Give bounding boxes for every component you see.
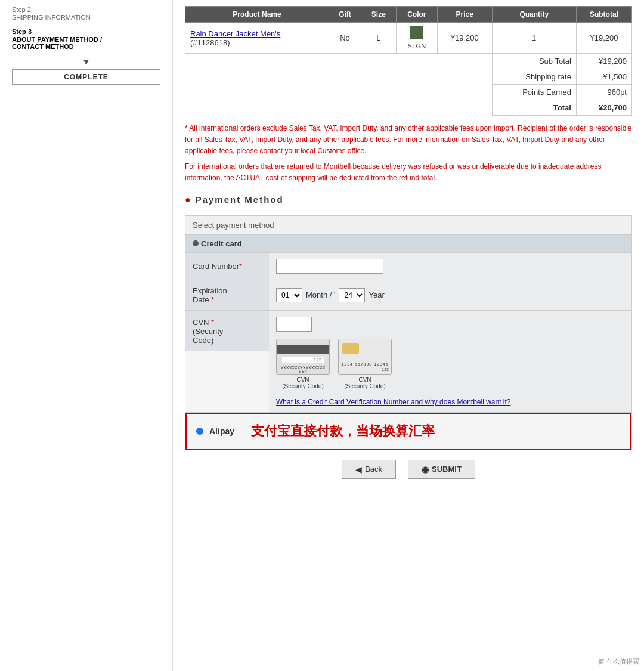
step2-title: SHIPPING INFORMATION [12, 14, 160, 21]
cvn-back-label: CVN(Security Code) [282, 376, 323, 389]
col-color: Color [396, 7, 437, 23]
submit-btn-label: SUBMIT [432, 465, 462, 474]
required-star-2: * [209, 295, 214, 304]
tax-notice-line1: * All international orders exclude Sales… [185, 123, 632, 157]
total-row: Total ¥20,700 [185, 100, 632, 116]
sidebar-step-2: Step 2 SHIPPING INFORMATION [12, 6, 160, 21]
card-number-input[interactable] [276, 259, 383, 274]
cvn-field: 123 XXXXXXXXXXXXXXXX XXX CVN(Security Co… [269, 311, 631, 412]
shipping-row: Shipping rate ¥1,500 [185, 69, 632, 85]
product-size: L [361, 23, 396, 54]
points-value: 960pt [576, 85, 631, 100]
back-button[interactable]: ◀ Back [342, 460, 396, 479]
shipping-value: ¥1,500 [576, 69, 631, 85]
credit-card-label: Credit card [201, 239, 242, 248]
sidebar-arrow: ▼ [12, 57, 160, 67]
empty-cell-2 [185, 69, 493, 85]
cvn-front-card: 1234 567890 12345 123 CVN(Security Code) [338, 339, 392, 389]
cvn-row: CVN *(SecurityCode) 123 [185, 311, 631, 413]
month-slash-year: Month / ' [306, 290, 335, 299]
tax-notice-line2: For international orders that are return… [185, 161, 632, 184]
cvn-card-back-image: 123 XXXXXXXXXXXXXXXX XXX [276, 339, 330, 375]
empty-cell [185, 54, 493, 69]
alipay-promo: 支付宝直接付款，当场换算汇率 [251, 422, 435, 440]
empty-cell-3 [185, 85, 493, 100]
product-gift: No [329, 23, 361, 54]
table-row: Rain Dancer Jacket Men's (#1128618) No L… [185, 23, 632, 54]
shipping-label: Shipping rate [492, 69, 576, 85]
submit-icon: ◉ [422, 465, 429, 474]
product-name-cell: Rain Dancer Jacket Men's (#1128618) [185, 23, 329, 54]
expiration-field: 01020304 05060708 09101112 Month / ' 242… [269, 280, 631, 310]
payment-box: Select payment method Credit card Card N… [185, 215, 632, 450]
col-price: Price [437, 7, 492, 23]
product-quantity: 1 [492, 23, 576, 54]
cvn-front-code: 123 [341, 367, 389, 372]
cvn-back-card: 123 XXXXXXXXXXXXXXXX XXX CVN(Security Co… [276, 339, 330, 389]
points-row: Points Earned 960pt [185, 85, 632, 100]
credit-card-header[interactable]: Credit card [185, 235, 631, 253]
submit-button[interactable]: ◉ SUBMIT [408, 460, 475, 479]
color-swatch [410, 26, 423, 39]
sub-total-value: ¥19,200 [576, 54, 631, 69]
product-link[interactable]: Rain Dancer Jacket Men's [190, 29, 280, 38]
expiration-label: ExpirationDate * [185, 280, 269, 310]
step3-label: Step 3 [12, 28, 160, 35]
total-label: Total [492, 100, 576, 116]
cvn-images: 123 XXXXXXXXXXXXXXXX XXX CVN(Security Co… [276, 339, 392, 389]
cvn-sig: 123 [282, 357, 324, 363]
cvn-input[interactable] [276, 317, 312, 332]
cvn-front-number: 1234 567890 12345 [341, 362, 389, 366]
card-number-label: Card Number * [185, 253, 269, 280]
step2-label: Step 2 [12, 6, 160, 13]
payment-section-title: Payment Method [196, 194, 284, 205]
alipay-radio[interactable] [196, 428, 203, 435]
expiration-row: ExpirationDate * 01020304 05060708 09101… [185, 280, 631, 311]
cvn-front-label: CVN(Security Code) [344, 376, 385, 389]
product-subtotal: ¥19,200 [576, 23, 631, 54]
credit-card-radio[interactable] [193, 240, 199, 246]
product-color: STGN [396, 23, 437, 54]
card-number-row: Card Number * [185, 253, 631, 280]
empty-cell-4 [185, 100, 493, 116]
cvn-stripe [277, 345, 329, 354]
year-label: Year [369, 290, 384, 299]
total-value: ¥20,700 [576, 100, 631, 116]
alipay-label: Alipay [209, 426, 245, 436]
main-content: Product Name Gift Size Color Price Quant… [173, 0, 644, 671]
required-star-1: * [239, 262, 242, 271]
payment-circle-icon: ● [185, 194, 192, 205]
product-price: ¥19,200 [437, 23, 492, 54]
month-select[interactable]: 01020304 05060708 09101112 [276, 288, 302, 302]
sub-total-label: Sub Total [492, 54, 576, 69]
sidebar: Step 2 SHIPPING INFORMATION Step 3 ABOUT… [0, 0, 173, 671]
bottom-buttons: ◀ Back ◉ SUBMIT [185, 460, 632, 491]
card-number-field [269, 253, 631, 280]
order-table: Product Name Gift Size Color Price Quant… [185, 6, 632, 116]
tax-notice: * All international orders exclude Sales… [185, 123, 632, 184]
cvn-chip [342, 343, 359, 354]
col-subtotal: Subtotal [576, 7, 631, 23]
complete-button[interactable]: COMPLETE [12, 69, 160, 85]
cvn-back-text: XXXXXXXXXXXXXXXX XXX [277, 364, 329, 375]
back-btn-label: Back [365, 465, 382, 474]
watermark: 值 什么值得买 [598, 657, 639, 666]
points-label: Points Earned [492, 85, 576, 100]
col-quantity: Quantity [492, 7, 576, 23]
product-id: (#1128618) [190, 38, 230, 47]
cvn-label: CVN *(SecurityCode) [185, 311, 269, 351]
color-code: STGN [401, 42, 432, 50]
col-product-name: Product Name [185, 7, 329, 23]
subtotal-row: Sub Total ¥19,200 [185, 54, 632, 69]
col-gift: Gift [329, 7, 361, 23]
sidebar-step-3: Step 3 ABOUT PAYMENT METHOD /CONTACT MET… [12, 28, 160, 50]
year-select[interactable]: 2425262728 [339, 288, 365, 302]
cvn-link[interactable]: What is a Credit Card Verification Numbe… [276, 398, 511, 406]
alipay-row[interactable]: Alipay 支付宝直接付款，当场换算汇率 [185, 413, 631, 450]
payment-box-header: Select payment method [185, 216, 631, 235]
col-size: Size [361, 7, 396, 23]
credit-card-section: Credit card Card Number * ExpirationDate… [185, 235, 631, 413]
cvn-card-front-image: 1234 567890 12345 123 [338, 339, 392, 375]
payment-section-header: ● Payment Method [185, 194, 632, 209]
step3-title: ABOUT PAYMENT METHOD /CONTACT METHOD [12, 36, 160, 50]
